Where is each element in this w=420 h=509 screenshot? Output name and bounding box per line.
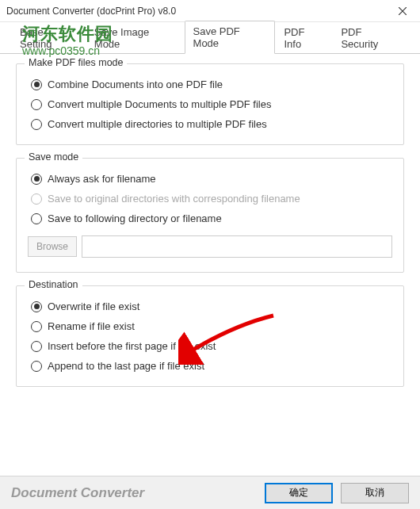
radio-rename[interactable]: Rename if file exist [31,320,392,332]
radio-icon [31,193,42,205]
ok-button[interactable]: 确定 [265,483,333,503]
radio-icon [31,301,42,312]
tab-save-pdf-mode[interactable]: Save PDF Mode [185,21,276,54]
radio-save-original-dir: Save to original directories with corres… [31,193,392,205]
radio-icon [31,361,42,372]
footer-brand: Document Converter [11,485,257,501]
radio-label: Combine Documents into one PDF file [48,78,223,90]
radio-icon [31,119,42,130]
radio-label: Insert before the first page if file exi… [48,340,216,352]
group-make-pdf-mode: Make PDF files mode Combine Documents in… [16,63,404,145]
tab-pdf-security[interactable]: PDF Security [332,21,409,54]
radio-multi-docs-multi-pdf[interactable]: Convert multiple Documents to multiple P… [31,98,392,110]
radio-label: Rename if file exist [48,320,135,332]
group-title: Make PDF files mode [25,57,127,68]
tab-content: Make PDF files mode Combine Documents in… [0,54,420,387]
radio-always-ask[interactable]: Always ask for filename [31,173,392,185]
cancel-button[interactable]: 取消 [341,483,409,503]
tab-bar: Base Setting Save Image Mode Save PDF Mo… [0,22,420,54]
path-input[interactable] [82,235,392,258]
radio-icon [31,79,42,90]
radio-label: Append to the last page if file exist [48,360,204,372]
radio-icon [31,99,42,110]
tab-save-image-mode[interactable]: Save Image Mode [86,21,185,54]
radio-icon [31,341,42,352]
group-destination: Destination Overwrite if file exist Rena… [16,285,404,387]
group-save-mode: Save mode Always ask for filename Save t… [16,158,404,273]
radio-icon [31,213,42,224]
radio-icon [31,174,42,185]
tab-base-setting[interactable]: Base Setting [11,21,86,54]
footer: Document Converter 确定 取消 [0,476,420,509]
browse-row: Browse [28,235,392,258]
tab-pdf-info[interactable]: PDF Info [275,21,332,54]
radio-append-last[interactable]: Append to the last page if file exist [31,360,392,372]
radio-label: Convert multiple Documents to multiple P… [48,98,272,110]
radio-label: Convert multiple directories to multiple… [48,118,267,130]
group-title: Destination [25,279,82,290]
radio-label: Overwrite if file exist [48,300,139,312]
radio-insert-before[interactable]: Insert before the first page if file exi… [31,340,392,352]
radio-label: Save to original directories with corres… [48,193,300,205]
radio-label: Always ask for filename [48,173,156,185]
radio-overwrite[interactable]: Overwrite if file exist [31,300,392,312]
close-icon [399,7,407,15]
radio-icon [31,321,42,332]
group-title: Save mode [25,151,82,163]
window-title: Document Converter (docPrint Pro) v8.0 [6,6,176,17]
radio-save-following-dir[interactable]: Save to following directory or filename [31,212,392,224]
radio-combine-one-pdf[interactable]: Combine Documents into one PDF file [31,78,392,90]
close-button[interactable] [385,0,420,22]
radio-label: Save to following directory or filename [48,212,222,224]
browse-button[interactable]: Browse [28,236,77,257]
radio-multi-dirs-multi-pdf[interactable]: Convert multiple directories to multiple… [31,118,392,130]
titlebar: Document Converter (docPrint Pro) v8.0 [0,0,420,22]
